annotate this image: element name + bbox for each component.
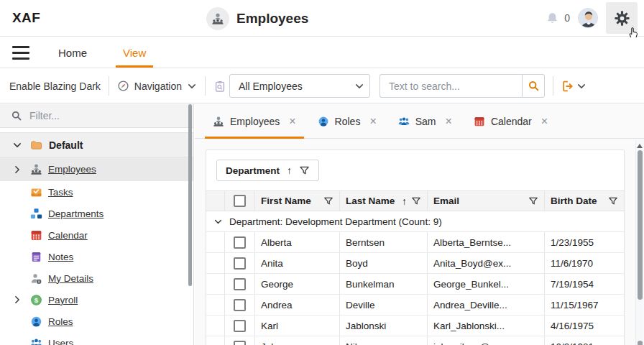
top-header: XAF Employees 0 — [0, 0, 644, 37]
tab-home[interactable]: Home — [51, 37, 94, 68]
theme-toggle-button[interactable]: Enable Blazing Dark — [9, 80, 101, 92]
app-logo: XAF — [12, 10, 40, 26]
sidebar-filter-input[interactable] — [29, 110, 166, 121]
filter-icon[interactable] — [528, 196, 538, 206]
navigation-sidebar: Default Employees Tasks Departments Cale — [0, 104, 194, 345]
validation-icon[interactable] — [213, 80, 226, 93]
avatar-photo-icon — [579, 9, 598, 28]
hamburger-menu-button[interactable] — [12, 46, 29, 60]
select-all-checkbox[interactable] — [234, 195, 246, 207]
sidebar-item-payroll[interactable]: Payroll — [0, 289, 193, 310]
view-tab-employees[interactable]: Employees × — [205, 104, 304, 138]
navigation-label: Navigation — [134, 80, 182, 92]
chevron-right-icon[interactable] — [12, 165, 23, 175]
sidebar-item-label[interactable]: Departments — [48, 208, 104, 219]
sidebar-item-label[interactable]: Employees — [48, 164, 96, 175]
tree-group-default[interactable]: Default — [0, 132, 193, 157]
close-icon[interactable]: × — [446, 116, 452, 127]
main-scrollbar[interactable] — [635, 140, 643, 345]
sidebar-item-label[interactable]: Calendar — [48, 230, 88, 241]
chevron-down-icon — [354, 81, 364, 91]
scroll-up-arrow-icon[interactable] — [637, 144, 643, 148]
view-tab-label: Employees — [230, 116, 280, 127]
notes-icon — [30, 251, 42, 263]
export-dropdown-button[interactable] — [561, 80, 586, 93]
select-row-checkbox[interactable] — [234, 278, 246, 290]
cell-birth-date: 1/23/1955 — [544, 232, 624, 252]
filter-icon[interactable] — [608, 196, 618, 206]
cell-last-name: Deville — [339, 295, 427, 315]
cell-last-name: Jablonski — [339, 316, 427, 336]
table-row[interactable]: George Bunkelman George_Bunkel... 7/19/1… — [206, 274, 624, 295]
sidebar-item-calendar[interactable]: Calendar — [0, 224, 193, 246]
tab-view[interactable]: View — [116, 37, 153, 68]
close-icon[interactable]: × — [541, 116, 548, 127]
cell-email: Anita_Boyd@ex... — [427, 253, 544, 273]
close-icon[interactable]: × — [369, 116, 376, 127]
view-variant-select[interactable]: All Employees — [229, 74, 370, 98]
notifications-button[interactable]: 0 — [546, 12, 570, 25]
table-row[interactable]: John Nilsen john.nilsen@ex... 10/3/1981 — [206, 336, 624, 345]
view-tab-calendar[interactable]: Calendar × — [466, 104, 556, 138]
filter-icon[interactable] — [323, 196, 334, 206]
toolbar-separator — [205, 76, 206, 96]
payroll-icon — [30, 294, 42, 306]
view-tab-sam[interactable]: Sam × — [390, 104, 460, 138]
sidebar-item-label[interactable]: Roles — [48, 316, 73, 327]
sidebar-item-label[interactable]: Payroll — [48, 295, 78, 305]
sidebar-item-departments[interactable]: Departments — [0, 203, 193, 224]
sidebar-item-label[interactable]: Users — [48, 338, 73, 345]
column-header-first-name[interactable]: First Name — [254, 191, 339, 211]
sidebar-scrollbar-thumb[interactable] — [188, 104, 192, 286]
cell-first-name: Anita — [254, 253, 339, 273]
main-scrollbar-bottom[interactable] — [638, 341, 643, 345]
column-header-email[interactable]: Email — [427, 191, 544, 211]
select-row-checkbox[interactable] — [234, 341, 246, 345]
sidebar-item-roles[interactable]: Roles — [0, 310, 193, 332]
search-button[interactable] — [522, 74, 545, 98]
cell-birth-date: 11/15/1967 — [544, 295, 624, 315]
chevron-down-icon[interactable] — [12, 140, 23, 150]
group-chip-department[interactable]: Department ↑ — [216, 160, 319, 181]
view-tab-roles[interactable]: Roles × — [310, 104, 385, 138]
select-row-checkbox[interactable] — [234, 299, 246, 311]
sidebar-item-notes[interactable]: Notes — [0, 246, 193, 267]
column-header-birth-date[interactable]: Birth Date — [544, 191, 624, 211]
tasks-icon — [30, 186, 42, 198]
chevron-down-icon[interactable] — [213, 217, 223, 226]
filter-icon[interactable] — [411, 196, 421, 206]
select-row-checkbox[interactable] — [234, 257, 246, 270]
search-icon — [11, 110, 22, 121]
sidebar-item-my-details[interactable]: My Details — [0, 267, 193, 289]
select-row-checkbox[interactable] — [234, 236, 246, 249]
filter-icon[interactable] — [299, 165, 310, 176]
group-row-development-department[interactable]: Department: Development Department (Coun… — [206, 211, 624, 232]
my-details-icon — [30, 272, 42, 285]
main-scrollbar-thumb[interactable] — [638, 150, 643, 300]
user-avatar[interactable] — [578, 8, 598, 28]
table-row[interactable]: Andrea Deville Andrea_Deville... 11/15/1… — [206, 295, 624, 316]
table-row[interactable]: Alberta Berntsen Alberta_Berntse... 1/23… — [206, 232, 624, 253]
search-input[interactable] — [380, 80, 522, 92]
sidebar-item-label[interactable]: Notes — [48, 252, 73, 262]
close-icon[interactable]: × — [289, 116, 295, 127]
chevron-right-icon[interactable] — [12, 295, 23, 305]
employees-grid-card: Department ↑ First Name Last Name ↑ — [206, 150, 625, 345]
gear-icon — [614, 10, 630, 27]
sidebar-item-tasks[interactable]: Tasks — [0, 181, 193, 203]
navigation-dropdown-button[interactable]: Navigation — [117, 80, 197, 92]
table-row[interactable]: Anita Boyd Anita_Boyd@ex... 11/6/1970 — [206, 253, 624, 274]
sidebar-item-label[interactable]: My Details — [48, 273, 93, 284]
table-row[interactable]: Karl Jablonski Karl_Jablonski... 4/16/19… — [206, 316, 624, 336]
cell-email: Karl_Jablonski... — [427, 316, 544, 336]
sidebar-item-employees[interactable]: Employees — [0, 157, 193, 181]
column-header-last-name[interactable]: Last Name ↑ — [339, 191, 427, 211]
settings-button[interactable] — [606, 2, 638, 34]
sidebar-item-users[interactable]: Users — [0, 332, 193, 345]
cell-birth-date: 7/19/1954 — [544, 274, 624, 294]
group-field-label: Department — [226, 165, 280, 176]
select-dropdown-button[interactable] — [349, 75, 369, 97]
view-tab-label: Roles — [335, 116, 361, 127]
select-row-checkbox[interactable] — [234, 320, 246, 332]
sidebar-item-label[interactable]: Tasks — [48, 187, 73, 198]
